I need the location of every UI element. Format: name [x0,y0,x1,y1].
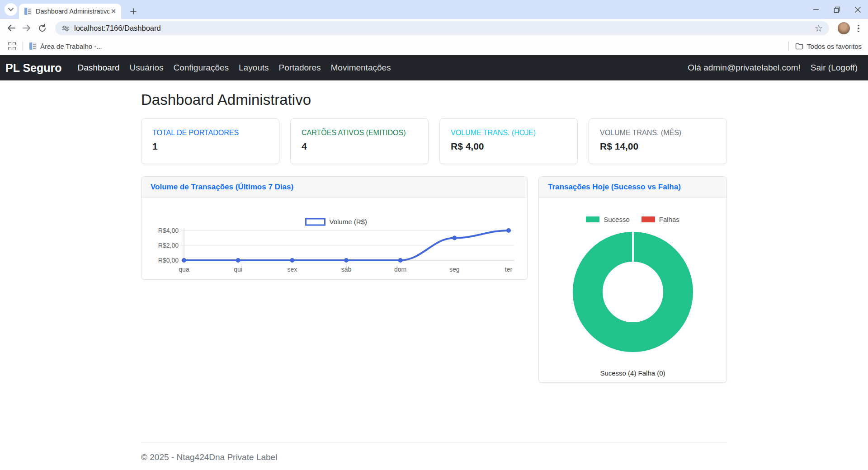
nav-item-usuarios[interactable]: Usuários [125,63,169,73]
main-container: Dashboard Administrativo TOTAL DE PORTAD… [141,91,727,462]
legend-entry[interactable]: Falhas [642,216,679,223]
nav-item-portadores[interactable]: Portadores [274,63,326,73]
window-controls [806,0,868,19]
card-label: CARTÕES ATIVOS (EMITIDOS) [302,129,417,137]
chevron-down-icon [8,8,14,11]
svg-text:R$4,00: R$4,00 [158,227,179,234]
all-favorites-label: Todos os favoritos [807,42,862,50]
tab-close-icon[interactable]: ✕ [109,7,118,15]
restore-icon [834,6,840,13]
page-title: Dashboard Administrativo [141,91,727,108]
bookmark-star-icon[interactable]: ☆ [813,23,825,34]
reload-icon [38,24,47,33]
footer: © 2025 - Ntag424Dna Private Label [141,442,727,462]
card-volume-mes: VOLUME TRANS. (MÊS) R$ 14,00 [589,118,727,164]
user-greeting-link[interactable]: Olá admin@privatelabel.com! [683,63,806,73]
profile-avatar[interactable] [838,22,850,34]
back-button[interactable] [4,20,19,36]
card-value: R$ 14,00 [600,141,716,152]
nav-item-configuracoes[interactable]: Configurações [169,63,234,73]
bookmark-label: Área de Trabalho -... [40,42,102,50]
svg-text:R$2,00: R$2,00 [158,242,179,249]
bookmark-favicon-icon [29,42,37,50]
app-navbar: PL Seguro Dashboard Usuários Configuraçõ… [0,55,868,80]
tab-title: Dashboard Administrativo - PL S [36,8,109,15]
svg-text:ter: ter [505,266,513,273]
browser-tab[interactable]: Dashboard Administrativo - PL S ✕ [19,4,121,19]
page-favicon-icon [24,8,32,15]
minimize-icon [813,6,819,13]
donut-chart-card: Transações Hoje (Sucesso vs Falha) Suces… [538,176,727,383]
svg-text:qui: qui [234,266,242,273]
close-icon [855,7,861,13]
card-total-portadores: TOTAL DE PORTADORES 1 [141,118,279,164]
line-chart: R$4,00R$2,00R$0,00quaquisexsábdomsegterV… [149,201,520,278]
browser-menu-button[interactable] [853,23,864,34]
bookmark-item-desktop[interactable]: Área de Trabalho -... [29,42,102,50]
stat-cards-row: TOTAL DE PORTADORES 1 CARTÕES ATIVOS (EM… [141,118,727,164]
forward-arrow-icon [22,24,31,32]
card-volume-hoje: VOLUME TRANS. (HOJE) R$ 4,00 [439,118,578,164]
restore-button[interactable] [826,0,847,19]
svg-text:dom: dom [394,266,406,273]
browser-toolbar: localhost:7166/Dashboard ☆ [0,19,868,37]
titlebar: Dashboard Administrativo - PL S ✕ [0,0,868,19]
nav-item-dashboard[interactable]: Dashboard [73,63,125,73]
apps-grid-icon[interactable] [8,42,16,50]
card-value: R$ 4,00 [451,141,566,152]
card-value: 1 [152,141,268,152]
donut-caption: Sucesso (4) Falha (0) [600,369,665,377]
charts-row: Volume de Transações (Últimos 7 Dias) R$… [141,176,727,383]
card-label: VOLUME TRANS. (MÊS) [600,129,716,137]
svg-text:sex: sex [287,266,297,273]
svg-text:seg: seg [449,266,460,273]
legend-swatch [642,216,655,222]
nav-item-layouts[interactable]: Layouts [234,63,274,73]
line-chart-title: Volume de Transações (Últimos 7 Dias) [142,177,527,198]
svg-text:sáb: sáb [341,266,352,273]
bookmarks-bar: Área de Trabalho -... Todos os favoritos [0,37,868,55]
svg-text:R$0,00: R$0,00 [158,257,179,264]
new-tab-button[interactable] [127,5,140,18]
logout-link[interactable]: Sair (Logoff) [806,63,863,73]
bookmarks-divider [23,42,23,51]
all-favorites-button[interactable]: Todos os favoritos [795,42,862,50]
site-settings-tune-icon [61,25,70,32]
card-label: TOTAL DE PORTADORES [152,129,268,137]
card-cartoes-ativos: CARTÕES ATIVOS (EMITIDOS) 4 [290,118,429,164]
donut-chart-title: Transações Hoje (Sucesso vs Falha) [539,177,726,198]
forward-button[interactable] [19,20,34,36]
donut-legend: SucessoFalhas [586,216,679,223]
url-text[interactable]: localhost:7166/Dashboard [74,24,813,33]
address-bar[interactable]: localhost:7166/Dashboard ☆ [55,21,829,35]
brand-logo[interactable]: PL Seguro [5,61,62,75]
line-chart-card: Volume de Transações (Últimos 7 Dias) R$… [141,176,528,280]
nav-item-movimentacoes[interactable]: Movimentações [326,63,396,73]
card-value: 4 [302,141,417,152]
tab-search-button[interactable] [5,3,17,16]
minimize-button[interactable] [806,0,826,19]
legend-label: Falhas [659,216,679,223]
footer-text: © 2025 - Ntag424Dna Private Label [141,452,727,462]
svg-text:qua: qua [179,266,189,273]
plus-icon [130,8,137,14]
legend-label: Sucesso [604,216,630,223]
reload-button[interactable] [34,20,50,36]
card-label: VOLUME TRANS. (HOJE) [451,129,566,137]
legend-entry[interactable]: Sucesso [586,216,630,223]
close-window-button[interactable] [847,0,868,19]
folder-icon [795,43,803,50]
bookmarks-divider-right [788,42,789,51]
donut-chart [567,226,698,359]
legend-swatch [586,216,599,222]
svg-text:Volume (R$): Volume (R$) [330,218,367,226]
back-arrow-icon [7,24,16,32]
